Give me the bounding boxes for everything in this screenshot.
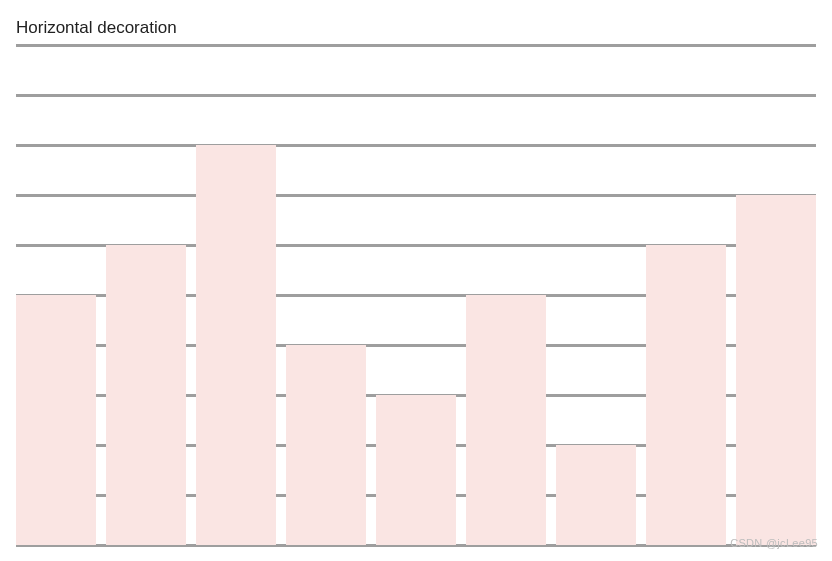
page-title: Horizontal decoration	[16, 18, 177, 38]
bar	[106, 245, 186, 545]
bar	[736, 195, 816, 545]
bar	[466, 295, 546, 545]
bar	[556, 445, 636, 545]
watermark: CSDN @jcLee95	[730, 537, 818, 549]
bar	[16, 295, 96, 545]
bar	[286, 345, 366, 545]
bars-container	[16, 45, 816, 545]
bar	[376, 395, 456, 545]
chart-area	[16, 45, 816, 545]
bar	[646, 245, 726, 545]
bar	[196, 145, 276, 545]
